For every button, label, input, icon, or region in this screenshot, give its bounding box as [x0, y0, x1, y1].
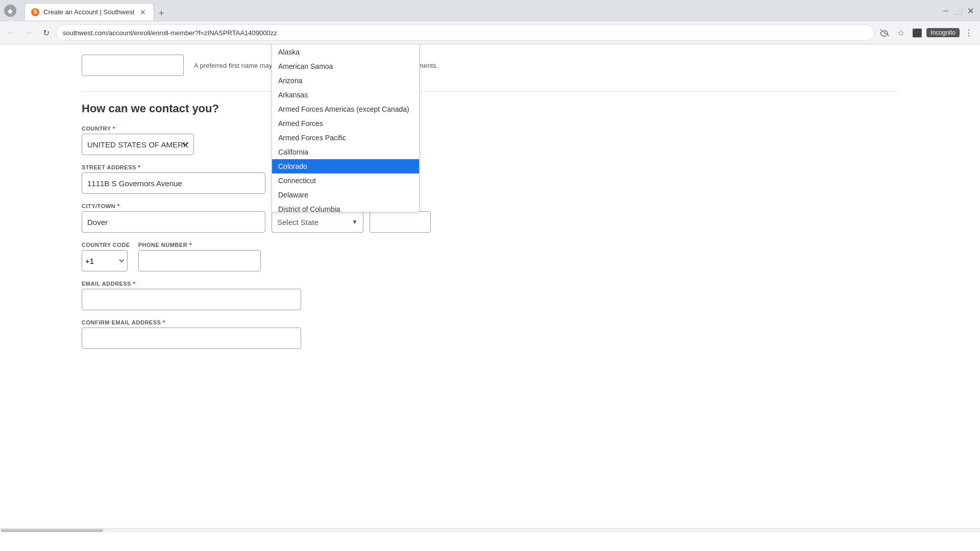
confirm-email-input[interactable]	[82, 328, 301, 349]
city-input[interactable]	[82, 211, 265, 233]
tabs-bar: S Create an Account | Southwest ✕ +	[20, 1, 173, 20]
window-controls: ◆	[4, 5, 16, 17]
state-dropdown-scroll[interactable]: Alabama Alaska American Samoa Arizona Ar…	[272, 44, 419, 212]
phone-row: COUNTRY CODE +1 PHONE NUMBER *	[82, 242, 898, 271]
state-option-american-samoa[interactable]: American Samoa	[272, 59, 419, 73]
title-bar: ◆ S Create an Account | Southwest ✕ + ─ …	[0, 0, 980, 21]
state-option-armed-forces-americas[interactable]: Armed Forces Americas (except Canada)	[272, 102, 419, 116]
state-select-wrapper: Alabama Alaska American Samoa Arizona Ar…	[272, 211, 363, 233]
state-option-arkansas[interactable]: Arkansas	[272, 88, 419, 102]
state-select-chevron: ▼	[352, 218, 358, 226]
country-group: COUNTRY * UNITED STATES OF AMERICA	[82, 126, 898, 155]
incognito-badge: Incognito	[926, 28, 960, 37]
state-select-button[interactable]: Select State ▼	[272, 211, 363, 233]
page-content: A preferred first name may be different …	[0, 44, 980, 528]
address-bar[interactable]	[56, 24, 874, 41]
state-option-california[interactable]: California	[272, 145, 419, 159]
new-tab-button[interactable]: +	[154, 6, 168, 20]
section-divider	[82, 91, 898, 92]
preferred-name-input[interactable]	[82, 55, 184, 76]
email-label: EMAIL ADDRESS *	[82, 281, 898, 287]
minimize-button[interactable]: ─	[940, 5, 951, 16]
confirm-email-label: CONFIRM EMAIL ADDRESS *	[82, 319, 898, 325]
state-option-connecticut[interactable]: Connecticut	[272, 173, 419, 188]
section-title: How can we contact you?	[82, 102, 898, 115]
tab-close-button[interactable]: ✕	[138, 8, 148, 17]
tab-title: Create an Account | Southwest	[43, 8, 134, 16]
eye-off-icon-button[interactable]	[877, 26, 892, 40]
eye-off-icon	[879, 29, 890, 37]
phone-input[interactable]	[138, 250, 261, 271]
active-tab[interactable]: S Create an Account | Southwest ✕	[24, 3, 154, 20]
scrollbar-thumb	[1, 529, 103, 532]
bookmark-button[interactable]: ☆	[894, 26, 908, 40]
street-address-label: STREET ADDRESS *	[82, 164, 898, 170]
state-dropdown: Alabama Alaska American Samoa Arizona Ar…	[272, 44, 420, 212]
phone-group: PHONE NUMBER *	[138, 242, 261, 271]
country-code-group: COUNTRY CODE +1	[82, 242, 130, 271]
city-state-zip-row: Alabama Alaska American Samoa Arizona Ar…	[82, 211, 898, 233]
maximize-button[interactable]: ⬜	[952, 5, 964, 16]
city-group: CITY/TOWN * Alabama Alaska American Samo…	[82, 203, 898, 233]
back-button[interactable]: ←	[4, 26, 18, 40]
horizontal-scrollbar[interactable]	[0, 528, 980, 532]
country-code-label: COUNTRY CODE	[82, 242, 130, 248]
tab-favicon: S	[31, 8, 39, 16]
country-code-select[interactable]: +1	[82, 250, 128, 271]
email-input[interactable]	[82, 289, 301, 310]
split-view-button[interactable]: ⬛	[910, 26, 924, 40]
toolbar-icons: ☆ ⬛ Incognito ⋮	[877, 26, 976, 40]
state-option-colorado[interactable]: Colorado	[272, 159, 419, 173]
phone-label: PHONE NUMBER *	[138, 242, 261, 248]
address-bar-row: ← → ↻ ☆ ⬛ Incognito ⋮	[0, 21, 980, 44]
email-group: EMAIL ADDRESS *	[82, 281, 898, 310]
state-option-armed-forces[interactable]: Armed Forces	[272, 116, 419, 131]
state-select-label: Select State	[277, 218, 318, 227]
state-option-delaware[interactable]: Delaware	[272, 188, 419, 202]
confirm-email-group: CONFIRM EMAIL ADDRESS *	[82, 319, 898, 349]
zip-input[interactable]	[370, 211, 431, 233]
more-options-button[interactable]: ⋮	[962, 26, 976, 40]
browser-chrome: ◆ S Create an Account | Southwest ✕ + ─ …	[0, 0, 980, 44]
state-option-district-columbia[interactable]: District of Columbia	[272, 202, 419, 212]
window-control-buttons: ─ ⬜ ✕	[940, 5, 976, 16]
refresh-button[interactable]: ↻	[39, 26, 53, 40]
street-address-group: STREET ADDRESS *	[82, 164, 898, 194]
street-address-input[interactable]	[82, 172, 265, 194]
favicon-letter: S	[34, 9, 37, 15]
profile-icon: ◆	[4, 5, 16, 17]
state-option-armed-forces-pacific[interactable]: Armed Forces Pacific	[272, 131, 419, 145]
country-select[interactable]: UNITED STATES OF AMERICA	[82, 134, 194, 155]
country-label: COUNTRY *	[82, 126, 898, 132]
form-wrapper: A preferred first name may be different …	[0, 44, 980, 369]
close-window-button[interactable]: ✕	[965, 5, 976, 16]
state-option-alaska[interactable]: Alaska	[272, 45, 419, 59]
state-option-arizona[interactable]: Arizona	[272, 73, 419, 88]
preferred-name-row: A preferred first name may be different …	[82, 55, 898, 76]
contact-section: How can we contact you? COUNTRY * UNITED…	[82, 102, 898, 349]
forward-button[interactable]: →	[21, 26, 36, 40]
city-label: CITY/TOWN *	[82, 203, 898, 209]
